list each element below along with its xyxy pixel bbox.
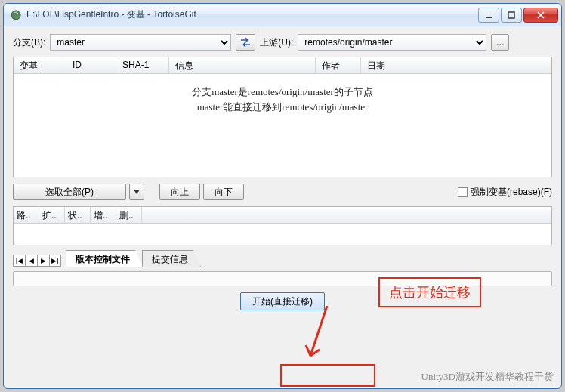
client-area: 分支(B): master 上游(U): remotes/origin/mast… — [4, 26, 561, 388]
force-rebase-label: 强制变基(rebase)(F) — [471, 186, 552, 199]
col2-spacer — [142, 207, 551, 223]
col-id[interactable]: ID — [66, 57, 116, 73]
col-date[interactable]: 日期 — [361, 57, 551, 73]
col2-del[interactable]: 删.. — [116, 207, 142, 223]
file-list-header: 路.. 扩.. 状.. 增.. 删.. — [14, 207, 551, 224]
move-down-button[interactable]: 向下 — [203, 184, 244, 200]
col2-state[interactable]: 状.. — [65, 207, 91, 223]
ff-message-line2: master能直接迁移到remotes/origin/master — [197, 100, 369, 115]
nav-prev-icon[interactable]: ◀ — [25, 255, 37, 267]
watermark-text: Unity3D游戏开发精华教程干货 — [421, 370, 554, 384]
commit-list-body: 分支master是remotes/origin/master的子节点 maste… — [14, 74, 551, 177]
minimize-button[interactable] — [478, 8, 499, 23]
col2-add[interactable]: 增.. — [91, 207, 116, 223]
nav-buttons: |◀ ◀ ▶ ▶| — [13, 255, 61, 267]
branch-label: 分支(B): — [13, 36, 45, 49]
title-bar: E:\LOL\LispGentleIntro - 变基 - TortoiseGi… — [4, 4, 561, 26]
select-all-dropdown[interactable] — [129, 184, 144, 200]
select-all-button[interactable]: 选取全部(P) — [13, 184, 126, 200]
ff-message-line1: 分支master是remotes/origin/master的子节点 — [192, 85, 373, 100]
window-title: E:\LOL\LispGentleIntro - 变基 - TortoiseGi… — [26, 8, 478, 21]
force-rebase-checkbox[interactable]: 强制变基(rebase)(F) — [458, 186, 552, 199]
actions-row: 选取全部(P) 向上 向下 强制变基(rebase)(F) — [13, 184, 552, 200]
file-list[interactable]: 路.. 扩.. 状.. 增.. 删.. — [13, 206, 552, 245]
svg-rect-2 — [508, 12, 514, 18]
annotation-box: 点击开始迁移 — [378, 277, 481, 307]
nav-first-icon[interactable]: |◀ — [13, 255, 25, 267]
svg-rect-1 — [486, 17, 492, 18]
nav-next-icon[interactable]: ▶ — [37, 255, 49, 267]
app-window: E:\LOL\LispGentleIntro - 变基 - TortoiseGi… — [3, 3, 562, 389]
col-msg[interactable]: 信息 — [169, 57, 316, 73]
upstream-label: 上游(U): — [260, 36, 293, 49]
col-author[interactable]: 作者 — [316, 57, 361, 73]
move-up-button[interactable]: 向上 — [159, 184, 200, 200]
annotation-arrow-icon — [304, 306, 335, 366]
branch-combo[interactable]: master — [50, 34, 231, 51]
annotation-highlight — [280, 364, 375, 387]
close-button[interactable] — [523, 8, 558, 23]
col2-ext[interactable]: 扩.. — [39, 207, 65, 223]
tabs: 版本控制文件 提交信息 — [66, 250, 200, 267]
commit-list-header: 变基 ID SHA-1 信息 作者 日期 — [14, 57, 551, 74]
maximize-button[interactable] — [501, 8, 522, 23]
start-button[interactable]: 开始(直接迁移) — [240, 292, 325, 310]
commit-list[interactable]: 变基 ID SHA-1 信息 作者 日期 分支master是remotes/or… — [13, 57, 552, 177]
col-rebase[interactable]: 变基 — [14, 57, 66, 73]
col-sha1[interactable]: SHA-1 — [116, 57, 169, 73]
app-icon — [10, 9, 22, 21]
more-button[interactable]: ... — [491, 34, 509, 51]
col2-path[interactable]: 路.. — [14, 207, 39, 223]
tab-bar: |◀ ◀ ▶ ▶| 版本控制文件 提交信息 — [13, 248, 552, 267]
upstream-combo[interactable]: remotes/origin/master — [298, 34, 486, 51]
swap-button[interactable] — [236, 34, 255, 51]
branch-row: 分支(B): master 上游(U): remotes/origin/mast… — [13, 34, 552, 51]
tab-commit-msg[interactable]: 提交信息 — [142, 250, 201, 267]
checkbox-box[interactable] — [458, 187, 468, 197]
window-controls — [478, 8, 558, 23]
nav-last-icon[interactable]: ▶| — [49, 255, 61, 267]
tab-files[interactable]: 版本控制文件 — [66, 250, 143, 267]
